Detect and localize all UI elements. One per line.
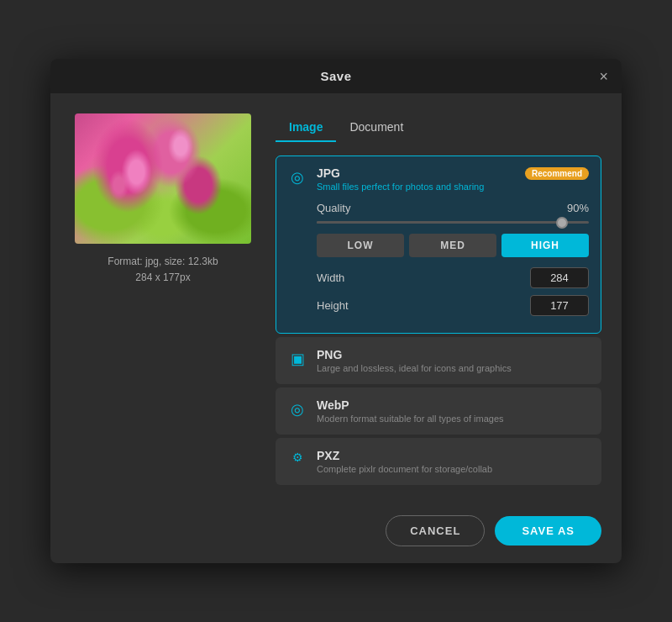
format-item-pxz[interactable]: ⚙ PXZ Complete pixlr document for storag… bbox=[276, 438, 601, 485]
pxz-icon: ⚙ bbox=[288, 451, 307, 464]
width-row: Width bbox=[317, 267, 589, 288]
webp-name: WebP bbox=[317, 398, 589, 412]
webp-desc: Modern format suitable for all types of … bbox=[317, 414, 589, 424]
quality-value: 90% bbox=[567, 202, 589, 214]
cancel-button[interactable]: CANCEL bbox=[386, 515, 485, 546]
png-name: PNG bbox=[317, 348, 589, 361]
format-item-jpg[interactable]: ◎ JPG Recommend Small files perfect for … bbox=[276, 156, 601, 334]
quality-row: Quality 90% bbox=[317, 202, 589, 214]
slider-track[interactable] bbox=[317, 221, 589, 224]
height-label: Height bbox=[317, 299, 349, 312]
format-item-png[interactable]: ▣ PNG Large and lossless, ideal for icon… bbox=[276, 337, 601, 384]
quality-buttons: LOW MED HIGH bbox=[317, 234, 589, 257]
format-list: ◎ JPG Recommend Small files perfect for … bbox=[276, 156, 601, 485]
slider-fill bbox=[317, 221, 562, 224]
quality-med-button[interactable]: MED bbox=[409, 234, 496, 257]
webp-icon: ◎ bbox=[288, 400, 307, 419]
quality-slider-wrap bbox=[317, 221, 589, 224]
save-dialog: Save × Format: jpg, size: 12.3kb 284 x 1… bbox=[50, 59, 622, 563]
dialog-header: Save × bbox=[50, 59, 622, 93]
file-info: Format: jpg, size: 12.3kb 284 x 177px bbox=[108, 254, 218, 286]
pxz-details: PXZ Complete pixlr document for storage/… bbox=[317, 449, 589, 474]
width-label: Width bbox=[317, 271, 344, 284]
quality-high-button[interactable]: HIGH bbox=[501, 234, 589, 257]
jpg-icon: ◎ bbox=[288, 168, 307, 187]
preview-image bbox=[75, 113, 251, 244]
jpg-options: Quality 90% LOW MED bbox=[317, 202, 589, 316]
format-item-webp[interactable]: ◎ WebP Modern format suitable for all ty… bbox=[276, 387, 601, 435]
jpg-desc: Small files perfect for photos and shari… bbox=[317, 182, 589, 192]
png-details: PNG Large and lossless, ideal for icons … bbox=[317, 348, 589, 373]
left-panel: Format: jpg, size: 12.3kb 284 x 177px bbox=[71, 113, 255, 488]
dialog-footer: CANCEL SAVE AS bbox=[50, 505, 622, 563]
jpg-name: JPG bbox=[317, 166, 340, 180]
recommend-badge: Recommend bbox=[525, 167, 589, 180]
save-as-button[interactable]: SAVE AS bbox=[495, 516, 601, 546]
tab-document[interactable]: Document bbox=[336, 113, 417, 142]
jpg-header: JPG Recommend bbox=[317, 166, 589, 180]
quality-label: Quality bbox=[317, 202, 350, 214]
file-dimensions: 284 x 177px bbox=[108, 270, 218, 286]
jpg-details: JPG Recommend Small files perfect for ph… bbox=[317, 166, 589, 323]
dialog-body: Format: jpg, size: 12.3kb 284 x 177px Im… bbox=[50, 93, 622, 505]
png-icon: ▣ bbox=[288, 350, 307, 368]
width-input[interactable] bbox=[530, 267, 589, 288]
quality-low-button[interactable]: LOW bbox=[317, 234, 404, 257]
height-input[interactable] bbox=[530, 295, 589, 316]
pxz-desc: Complete pixlr document for storage/coll… bbox=[317, 464, 589, 474]
png-desc: Large and lossless, ideal for icons and … bbox=[317, 363, 589, 373]
height-row: Height bbox=[317, 295, 589, 316]
file-format-size: Format: jpg, size: 12.3kb bbox=[108, 254, 218, 270]
pxz-name: PXZ bbox=[317, 449, 589, 462]
webp-details: WebP Modern format suitable for all type… bbox=[317, 398, 589, 424]
right-panel: Image Document ◎ JPG Recommend Small fil… bbox=[276, 113, 601, 488]
close-button[interactable]: × bbox=[599, 69, 608, 84]
tab-image[interactable]: Image bbox=[276, 113, 336, 142]
slider-thumb[interactable] bbox=[556, 217, 568, 229]
dialog-title: Save bbox=[320, 69, 351, 83]
tabs: Image Document bbox=[276, 113, 601, 142]
arrow-indicator bbox=[593, 533, 622, 563]
